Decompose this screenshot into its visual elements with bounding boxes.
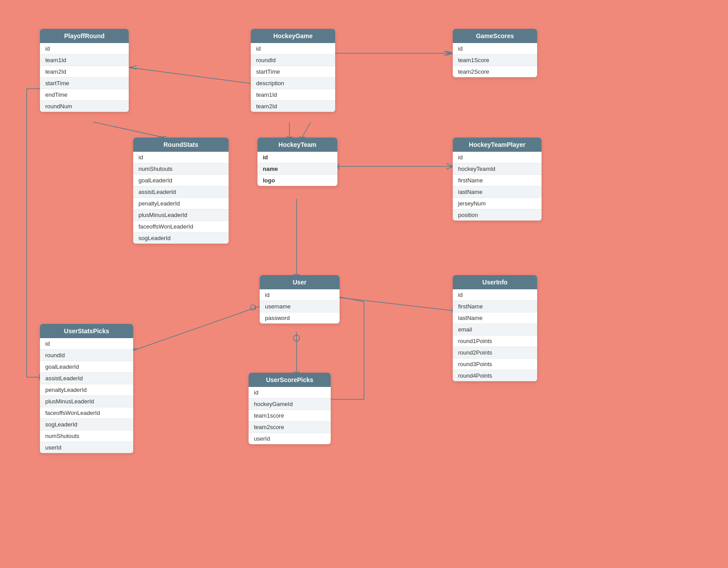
field-hockeygame-description: description [251, 78, 335, 89]
svg-point-29 [250, 305, 256, 310]
svg-line-5 [446, 53, 453, 55]
entity-userscorepicks: UserScorePicks id hockeyGameId team1scor… [249, 373, 331, 444]
field-hockeyteamplayer-id: id [453, 152, 542, 163]
svg-line-6 [444, 51, 451, 53]
field-userscorepicks-team2score: team2score [249, 422, 331, 433]
entity-roundstats: RoundStats id numShutouts goalLeaderId a… [133, 138, 229, 244]
svg-line-2 [129, 67, 137, 69]
svg-line-31 [133, 347, 134, 351]
entity-header-userstatspicks: UserStatsPicks [40, 324, 133, 338]
entity-hockeyteam: HockeyTeam id name logo [257, 138, 337, 186]
field-userinfo-firstname: firstName [453, 301, 537, 312]
entity-user: User id username password [260, 275, 340, 323]
field-userscorepicks-id: id [249, 387, 331, 398]
svg-line-4 [446, 51, 453, 53]
svg-line-21 [446, 166, 453, 170]
field-hockeyteam-id: id [257, 152, 337, 163]
entity-header-user: User [260, 275, 340, 289]
field-roundstats-plusminusleaderid: plusMinusLeaderId [133, 209, 229, 221]
field-hockeygame-id: id [251, 43, 335, 55]
field-userscorepicks-hockeygameid: hockeyGameId [249, 398, 331, 410]
field-hockeyteam-name: name [257, 163, 337, 175]
field-roundstats-faceoffswonleaderid: faceoffsWonLeaderId [133, 221, 229, 233]
field-userinfo-id: id [453, 289, 537, 301]
field-userstatspicks-plusminusleaderid: plusMinusLeaderId [40, 396, 133, 407]
field-hockeyteamplayer-hockeyteamid: hockeyTeamId [453, 163, 542, 175]
svg-line-1 [129, 66, 137, 67]
svg-line-28 [133, 306, 260, 351]
field-roundstats-numshutouts: numShutouts [133, 163, 229, 175]
entity-userinfo: UserInfo id firstName lastName email rou… [453, 275, 537, 381]
svg-line-7 [444, 53, 451, 55]
entity-header-playoffround: PlayoffRound [40, 29, 129, 43]
field-hockeyteamplayer-jerseynum: jerseyNum [453, 198, 542, 209]
svg-line-20 [446, 163, 453, 166]
entity-header-roundstats: RoundStats [133, 138, 229, 152]
entity-header-hockeyteamplayer: HockeyTeamPlayer [453, 138, 542, 152]
field-userinfo-lastname: lastName [453, 312, 537, 324]
field-userinfo-round1points: round1Points [453, 335, 537, 347]
field-user-username: username [260, 301, 340, 312]
field-userscorepicks-team1score: team1score [249, 410, 331, 422]
field-hockeyteamplayer-position: position [453, 209, 542, 221]
field-userstatspicks-numshutouts: numShutouts [40, 430, 133, 442]
field-userstatspicks-goalleaderid: goalLeaderId [40, 361, 133, 373]
svg-line-25 [337, 297, 453, 311]
entity-gamescores: GameScores id team1Score team2Score [453, 29, 537, 77]
field-userstatspicks-assistleaderid: assistLeaderId [40, 373, 133, 384]
field-roundstats-goalleaderid: goalLeaderId [133, 175, 229, 186]
field-hockeyteamplayer-lastname: lastName [453, 186, 542, 198]
entity-header-hockeyteam: HockeyTeam [257, 138, 337, 152]
svg-line-14 [302, 122, 311, 138]
field-userinfo-round3points: round3Points [453, 359, 537, 370]
field-roundstats-id: id [133, 152, 229, 163]
field-userstatspicks-roundid: roundId [40, 350, 133, 361]
field-userinfo-round4points: round4Points [453, 370, 537, 381]
field-hockeygame-starttime: startTime [251, 66, 335, 78]
entity-playoffround: PlayoffRound id team1Id team2Id startTim… [40, 29, 129, 112]
svg-line-41 [337, 296, 364, 302]
field-roundstats-penaltyleaderid: penaltyLeaderId [133, 198, 229, 209]
field-playoffround-roundnum: roundNum [40, 101, 129, 112]
field-roundstats-sogleaderid: sogLeaderId [133, 233, 229, 244]
entity-header-userscorepicks: UserScorePicks [249, 373, 331, 387]
entity-header-hockeygame: HockeyGame [251, 29, 335, 43]
svg-line-32 [133, 348, 137, 351]
field-playoffround-team1id: team1Id [40, 55, 129, 66]
field-user-password: password [260, 312, 340, 323]
svg-line-0 [129, 67, 251, 83]
field-userstatspicks-faceoffswonleaderid: faceoffsWonLeaderId [40, 407, 133, 419]
field-userscorepicks-userid: userId [249, 433, 331, 444]
field-userstatspicks-sogleaderid: sogLeaderId [40, 419, 133, 430]
field-hockeygame-team2id: team2Id [251, 101, 335, 112]
field-hockeyteamplayer-firstname: firstName [453, 175, 542, 186]
field-userstatspicks-id: id [40, 338, 133, 350]
field-gamescores-team2score: team2Score [453, 66, 537, 77]
field-playoffround-team2id: team2Id [40, 66, 129, 78]
field-hockeygame-team1id: team1Id [251, 89, 335, 101]
erd-diagram: PlayoffRound id team1Id team2Id startTim… [0, 0, 728, 568]
field-hockeygame-roundid: roundId [251, 55, 335, 66]
field-userinfo-round2points: round2Points [453, 347, 537, 359]
field-playoffround-starttime: startTime [40, 78, 129, 89]
svg-point-34 [293, 335, 300, 341]
entity-header-gamescores: GameScores [453, 29, 537, 43]
entity-hockeyteamplayer: HockeyTeamPlayer id hockeyTeamId firstNa… [453, 138, 542, 221]
entity-hockeygame: HockeyGame id roundId startTime descript… [251, 29, 335, 112]
svg-line-8 [93, 122, 164, 138]
entity-header-userinfo: UserInfo [453, 275, 537, 289]
field-gamescores-team1score: team1Score [453, 55, 537, 66]
field-roundstats-assistleaderid: assistLeaderId [133, 186, 229, 198]
field-user-id: id [260, 289, 340, 301]
field-playoffround-id: id [40, 43, 129, 55]
field-gamescores-id: id [453, 43, 537, 55]
entity-userstatspicks: UserStatsPicks id roundId goalLeaderId a… [40, 324, 133, 453]
field-userstatspicks-userid: userId [40, 442, 133, 453]
field-hockeyteam-logo: logo [257, 175, 337, 186]
field-userinfo-email: email [453, 324, 537, 335]
field-userstatspicks-penaltyleaderid: penaltyLeaderId [40, 384, 133, 396]
field-playoffround-endtime: endTime [40, 89, 129, 101]
